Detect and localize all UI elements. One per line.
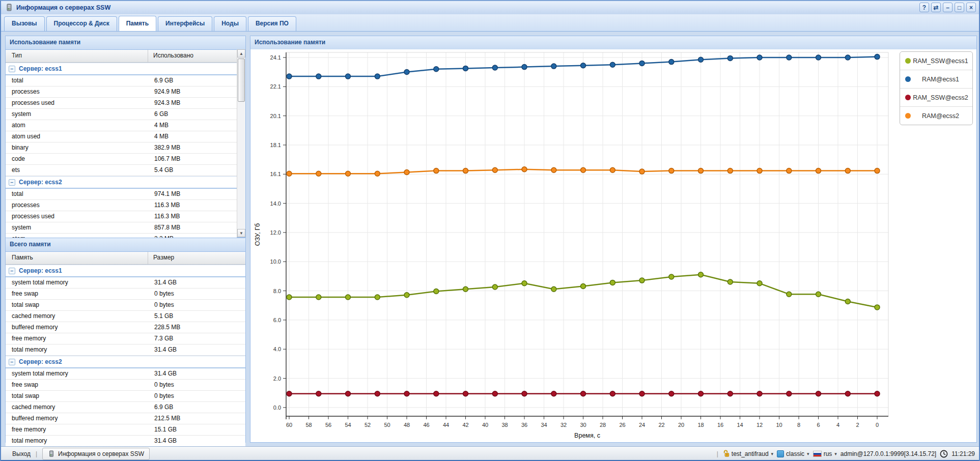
row-label: system total memory: [12, 277, 68, 287]
maximize-button[interactable]: □: [955, 3, 964, 12]
tab-Процессор & Диск[interactable]: Процессор & Диск: [46, 16, 117, 31]
row-label: binary: [12, 142, 29, 153]
table-row[interactable]: buffered memory228.5 MB: [6, 322, 245, 333]
y-tick-label: 20.1: [270, 113, 281, 119]
x-tick-label: 4: [836, 422, 839, 428]
scrollbar-thumb[interactable]: [238, 59, 245, 102]
table-row[interactable]: free swap0 bytes: [6, 380, 245, 391]
collapse-icon[interactable]: −: [9, 359, 15, 365]
data-point: [581, 284, 586, 289]
data-point: [522, 167, 527, 172]
row-value: 924.9 MB: [154, 87, 180, 97]
table-row[interactable]: total swap0 bytes: [6, 391, 245, 402]
scroll-down-arrow-icon[interactable]: ▼: [237, 229, 245, 237]
column-header-type[interactable]: Тип: [6, 50, 148, 62]
taskbar-window-button[interactable]: Информация о серверах SSW: [42, 448, 150, 460]
table-row[interactable]: ets5.4 GB: [6, 165, 237, 176]
vertical-scrollbar[interactable]: ▲ ▼: [237, 49, 245, 237]
exit-link[interactable]: Выход: [12, 450, 31, 457]
x-tick-label: 44: [443, 422, 449, 428]
table-row[interactable]: total6.9 GB: [6, 75, 237, 87]
x-tick-label: 56: [325, 422, 331, 428]
table-row[interactable]: total memory31.4 GB: [6, 344, 245, 356]
data-point: [669, 168, 674, 174]
row-value: 228.5 MB: [154, 322, 180, 332]
column-header-memory[interactable]: Память: [6, 252, 148, 264]
group-row[interactable]: −Сервер: ecss2: [6, 176, 237, 189]
data-point: [639, 169, 645, 174]
table-row[interactable]: processes924.9 MB: [6, 87, 237, 98]
y-tick-label: 12.0: [270, 229, 281, 236]
data-point: [551, 391, 556, 396]
refresh-button[interactable]: ⇄: [931, 3, 941, 12]
table-row[interactable]: system total memory31.4 GB: [6, 277, 245, 289]
workspace-selector[interactable]: test_antifraud ▾: [722, 450, 773, 457]
x-tick-label: 26: [619, 422, 625, 428]
table-row[interactable]: buffered memory212.5 MB: [6, 413, 245, 424]
data-point: [816, 391, 821, 396]
column-header-used[interactable]: Использовано: [153, 50, 193, 62]
collapse-icon[interactable]: −: [9, 179, 15, 186]
data-point: [434, 289, 439, 294]
table-row[interactable]: code106.7 MB: [6, 154, 237, 165]
legend-item: RAM_SSW@ecss2: [900, 89, 972, 107]
language-selector[interactable]: rus ▾: [813, 450, 837, 457]
scroll-up-arrow-icon[interactable]: ▲: [237, 49, 245, 57]
x-tick-label: 52: [365, 422, 371, 428]
table-row[interactable]: system6 GB: [6, 109, 237, 120]
row-label: processes used: [12, 211, 54, 221]
table-row[interactable]: system total memory31.4 GB: [6, 368, 245, 380]
tab-Вызовы[interactable]: Вызовы: [4, 16, 45, 31]
row-value: 974.1 MB: [154, 189, 180, 199]
data-point: [610, 280, 615, 285]
chevron-down-icon[interactable]: ▾: [834, 451, 837, 456]
data-point: [346, 74, 351, 79]
table-row[interactable]: system857.8 MB: [6, 222, 237, 234]
table-row[interactable]: total974.1 MB: [6, 189, 237, 200]
tab-Память[interactable]: Память: [119, 16, 156, 31]
chevron-down-icon[interactable]: ▾: [771, 451, 774, 456]
table-row[interactable]: binary382.9 MB: [6, 142, 237, 154]
x-tick-label: 58: [305, 422, 312, 428]
row-label: total memory: [12, 436, 47, 446]
chevron-down-icon[interactable]: ▾: [807, 451, 809, 456]
close-button[interactable]: ×: [966, 3, 976, 12]
row-value: 31.4 GB: [154, 368, 177, 379]
tab-Версия ПО[interactable]: Версия ПО: [248, 16, 296, 31]
table-row[interactable]: processes used924.3 MB: [6, 98, 237, 109]
table-row[interactable]: processes used116.3 MB: [6, 211, 237, 222]
group-row[interactable]: −Сервер: ecss1: [6, 63, 237, 75]
logged-in-user: admin@127.0.0.1:9999[3.14.15.72]: [841, 450, 936, 457]
group-row[interactable]: −Сервер: ecss1: [6, 265, 245, 277]
data-point: [287, 295, 292, 300]
collapse-icon[interactable]: −: [9, 268, 15, 274]
collapse-icon[interactable]: −: [9, 66, 15, 72]
help-button[interactable]: ?: [919, 3, 929, 12]
y-tick-label: 2.0: [273, 376, 281, 382]
data-point: [698, 57, 704, 62]
tab-Ноды[interactable]: Ноды: [214, 16, 246, 31]
table-row[interactable]: cached memory6.9 GB: [6, 402, 245, 413]
group-row[interactable]: −Сервер: ecss2: [6, 356, 245, 368]
data-point: [727, 391, 733, 396]
table-row[interactable]: atom4 MB: [6, 120, 237, 131]
table-row[interactable]: cached memory5.1 GB: [6, 311, 245, 322]
column-header-size[interactable]: Размер: [153, 252, 174, 264]
server-icon: [48, 450, 55, 457]
tab-Интерфейсы[interactable]: Интерфейсы: [158, 16, 212, 31]
theme-selector[interactable]: classic ▾: [777, 450, 809, 457]
row-label: buffered memory: [12, 413, 58, 423]
chart-plot-area: 0.02.04.06.08.010.012.014.016.118.120.12…: [250, 49, 976, 442]
table-row[interactable]: total swap0 bytes: [6, 300, 245, 311]
data-point: [875, 54, 880, 60]
table-row[interactable]: free memory15.1 GB: [6, 424, 245, 436]
data-point: [610, 167, 615, 172]
table-row[interactable]: total memory31.4 GB: [6, 436, 245, 447]
minimize-button[interactable]: –: [943, 3, 953, 12]
row-label: system: [12, 222, 31, 233]
table-row[interactable]: free memory7.3 GB: [6, 333, 245, 344]
table-row[interactable]: free swap0 bytes: [6, 289, 245, 300]
table-row[interactable]: processes116.3 MB: [6, 200, 237, 211]
table-row[interactable]: atom used4 MB: [6, 131, 237, 142]
data-point: [727, 279, 733, 284]
